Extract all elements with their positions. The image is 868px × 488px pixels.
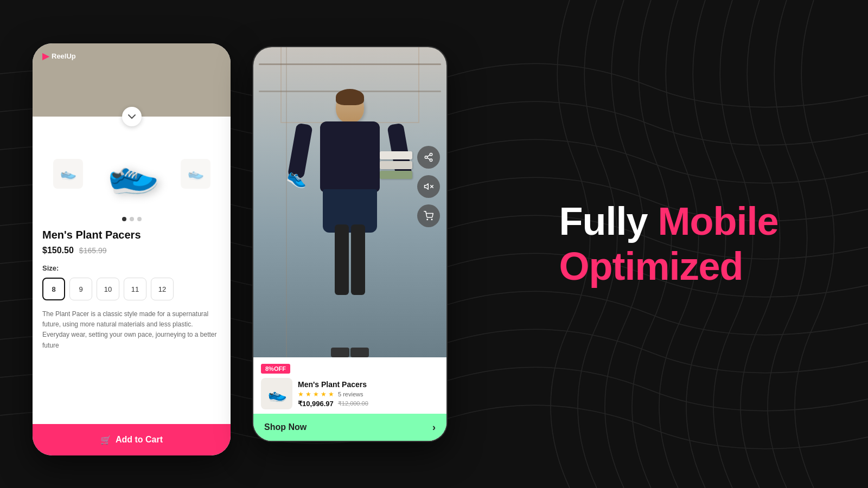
add-to-cart-button[interactable]: 🛒 Add to Cart	[33, 424, 231, 455]
shoe-thumbnail-left[interactable]: 👟	[53, 159, 83, 189]
size-button-10[interactable]: 10	[97, 278, 119, 300]
shop-now-arrow-icon: ›	[432, 422, 436, 433]
svg-marker-5	[425, 184, 429, 190]
current-price: $150.50	[42, 246, 74, 255]
product-price-row: $150.50 $165.99	[42, 246, 221, 255]
size-button-8[interactable]: 8	[42, 278, 65, 300]
stars-row: ★ ★ ★ ★ ★ 5 reviews	[298, 390, 439, 398]
carousel-dots	[42, 217, 221, 221]
product-images-carousel[interactable]: 👟 👟 👟	[42, 133, 221, 217]
dot-2[interactable]	[130, 217, 134, 221]
star-5: ★	[328, 390, 334, 398]
cart-icon: 🛒	[100, 435, 111, 445]
size-button-11[interactable]: 11	[124, 278, 146, 300]
headline-section: Fully Mobile Optimized	[469, 199, 835, 289]
product-card-overlay: 8%OFF 👟 Men's Plant Pacers ★ ★ ★ ★ ★ 5 r…	[253, 357, 446, 441]
shop-now-label: Shop Now	[264, 422, 307, 432]
svg-point-8	[427, 219, 428, 220]
svg-line-3	[427, 158, 430, 159]
headline-fully: Fully	[559, 200, 647, 243]
product-card-inner: 👟 Men's Plant Pacers ★ ★ ★ ★ ★ 5 reviews…	[253, 374, 446, 414]
video-background[interactable]: 👟	[253, 47, 446, 357]
mute-button[interactable]	[417, 175, 440, 198]
chevron-down-button[interactable]	[122, 107, 142, 126]
headline-text: Fully Mobile Optimized	[559, 199, 778, 289]
size-button-9[interactable]: 9	[69, 278, 92, 300]
add-to-cart-label: Add to Cart	[116, 435, 163, 445]
cart-button[interactable]	[417, 204, 440, 227]
headline-mobile: Mobile	[658, 200, 778, 243]
side-action-buttons	[417, 146, 440, 227]
svg-point-9	[431, 219, 432, 220]
product-description: The Plant Pacer is a classic style made …	[42, 309, 221, 351]
size-button-12[interactable]: 12	[151, 278, 174, 300]
headline-optimized: Optimized	[559, 245, 743, 288]
left-phone: ▶ ReelUp 👟 👟 👟	[33, 43, 231, 455]
shoe-thumbnail-right[interactable]: 👟	[181, 159, 210, 189]
card-original-price: ₹12,000.00	[338, 400, 368, 407]
star-4: ★	[321, 390, 327, 398]
card-current-price: ₹10,996.97	[298, 400, 334, 408]
star-2: ★	[305, 390, 311, 398]
star-1: ★	[298, 390, 304, 398]
reelup-logo: ▶ ReelUp	[42, 51, 76, 61]
size-label: Size:	[42, 264, 221, 272]
product-title: Men's Plant Pacers	[42, 229, 221, 241]
product-thumbnail: 👟	[261, 378, 292, 409]
product-header-image: ▶ ReelUp	[33, 43, 231, 117]
product-card-name: Men's Plant Pacers	[298, 380, 439, 389]
product-card-info: Men's Plant Pacers ★ ★ ★ ★ ★ 5 reviews ₹…	[298, 380, 439, 408]
dot-3[interactable]	[137, 217, 142, 221]
headline-line-2: Optimized	[559, 244, 778, 289]
headline-line-1: Fully Mobile	[559, 199, 778, 244]
svg-line-4	[427, 155, 430, 157]
shoe-main-image: 👟	[80, 129, 182, 219]
card-price-row: ₹10,996.97 ₹12,000.00	[298, 400, 439, 408]
right-phone: 👟	[252, 46, 448, 442]
size-selector: 8 9 10 11 12	[42, 278, 221, 300]
reviews-count: 5 reviews	[338, 391, 363, 397]
original-price: $165.99	[79, 246, 107, 255]
reelup-logo-icon: ▶	[42, 51, 49, 61]
dot-1[interactable]	[122, 217, 126, 221]
share-button[interactable]	[417, 146, 440, 169]
star-3: ★	[313, 390, 319, 398]
reelup-logo-text: ReelUp	[52, 52, 76, 60]
shop-now-button[interactable]: Shop Now ›	[253, 414, 446, 441]
product-detail-content: 👟 👟 👟 Men's Plant Pacers $150.50	[33, 117, 231, 415]
discount-badge: 8%OFF	[261, 364, 290, 374]
